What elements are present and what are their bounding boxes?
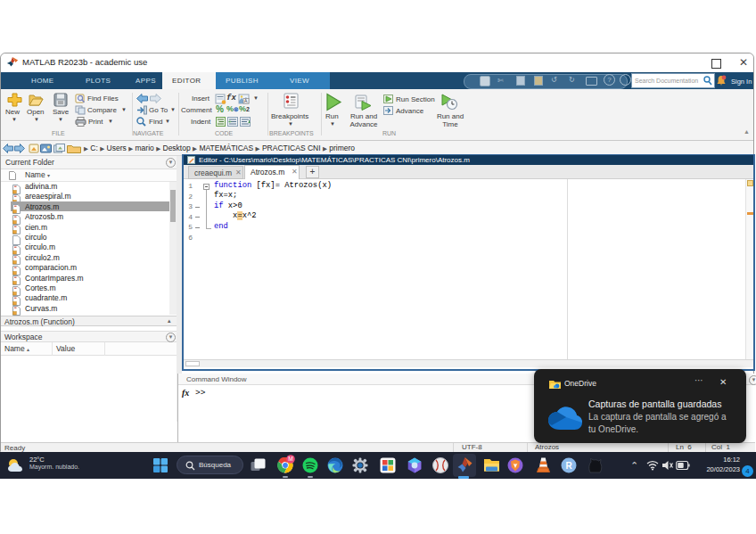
svg-text:R: R: [565, 461, 572, 471]
svg-text:M: M: [288, 456, 292, 462]
